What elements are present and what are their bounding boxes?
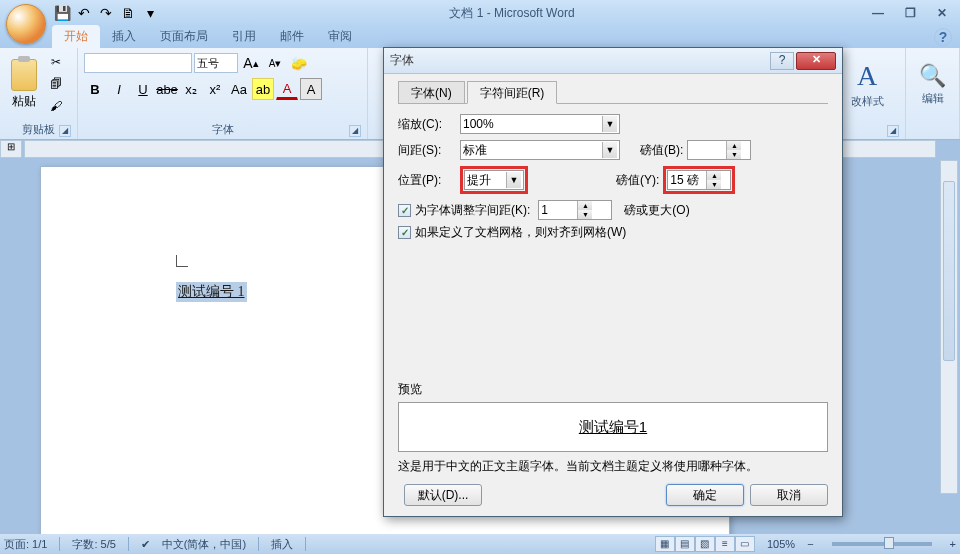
position-combo[interactable]: 提升▼ [464, 170, 524, 190]
scale-combo[interactable]: 100%▼ [460, 114, 620, 134]
spin-up-icon[interactable]: ▲ [727, 141, 741, 150]
tab-mailings[interactable]: 邮件 [268, 25, 316, 48]
maximize-button[interactable]: ❐ [896, 5, 924, 21]
change-styles-button[interactable]: A 改样式 [842, 52, 892, 116]
tab-char-spacing[interactable]: 字符间距(R) [467, 81, 558, 104]
title-bar: 💾 ↶ ↷ 🗎 ▾ 文档 1 - Microsoft Word — ❐ ✕ [0, 0, 960, 26]
change-case-button[interactable]: Aa [228, 78, 250, 100]
position-pt-spinner[interactable]: ▲▼ [667, 170, 731, 190]
undo-icon[interactable]: ↶ [74, 3, 94, 23]
italic-button[interactable]: I [108, 78, 130, 100]
ruler-toggle[interactable]: ⊞ [0, 140, 22, 158]
default-button[interactable]: 默认(D)... [404, 484, 482, 506]
zoom-out[interactable]: − [807, 538, 813, 550]
group-clipboard: 粘贴 ✂ 🗐 🖌 剪贴板 ◢ [0, 48, 78, 139]
position-pt-input[interactable] [668, 173, 706, 187]
tab-references[interactable]: 引用 [220, 25, 268, 48]
selected-text[interactable]: 测试编号 1 [176, 282, 247, 302]
font-dialog: 字体 ? ✕ 字体(N) 字符间距(R) 缩放(C): 100%▼ 间距(S):… [383, 47, 843, 517]
zoom-level[interactable]: 105% [767, 538, 795, 550]
language-indicator[interactable]: 中文(简体，中国) [162, 537, 246, 552]
cut-icon[interactable]: ✂ [46, 52, 66, 72]
format-painter-icon[interactable]: 🖌 [46, 96, 66, 116]
font-color-button[interactable]: A [276, 78, 298, 100]
spacing-pt-spinner[interactable]: ▲▼ [687, 140, 751, 160]
spin-down-icon[interactable]: ▼ [578, 210, 592, 219]
position-label: 位置(P): [398, 172, 460, 189]
help-icon[interactable]: ? [934, 28, 952, 46]
page-indicator[interactable]: 页面: 1/1 [4, 537, 47, 552]
subscript-button[interactable]: x₂ [180, 78, 202, 100]
proofing-icon[interactable]: ✔ [141, 538, 150, 551]
spin-down-icon[interactable]: ▼ [707, 180, 721, 189]
spacing-label: 间距(S): [398, 142, 460, 159]
spacing-combo[interactable]: 标准▼ [460, 140, 620, 160]
full-screen-view[interactable]: ▤ [675, 536, 695, 552]
position-highlight: 提升▼ [460, 166, 528, 194]
spin-up-icon[interactable]: ▲ [707, 171, 721, 180]
chevron-down-icon[interactable]: ▼ [506, 172, 521, 188]
zoom-slider[interactable] [832, 542, 932, 546]
dialog-footer: 默认(D)... 确定 取消 [398, 484, 828, 506]
web-layout-view[interactable]: ▧ [695, 536, 715, 552]
scrollbar-thumb[interactable] [943, 181, 955, 361]
grow-font-button[interactable]: A▴ [240, 52, 262, 74]
vertical-scrollbar[interactable] [940, 160, 958, 494]
styles-launcher[interactable]: ◢ [887, 125, 899, 137]
superscript-button[interactable]: x² [204, 78, 226, 100]
kerning-checkbox[interactable]: ✓ [398, 204, 411, 217]
clipboard-launcher[interactable]: ◢ [59, 125, 71, 137]
print-layout-view[interactable]: ▦ [655, 536, 675, 552]
clear-format-button[interactable]: 🧽 [288, 52, 310, 74]
font-size-combo[interactable] [194, 53, 238, 73]
paste-icon [11, 59, 37, 91]
minimize-button[interactable]: — [864, 5, 892, 21]
paste-button[interactable]: 粘贴 [6, 52, 42, 116]
draft-view[interactable]: ▭ [735, 536, 755, 552]
spin-up-icon[interactable]: ▲ [578, 201, 592, 210]
dialog-close-button[interactable]: ✕ [796, 52, 836, 70]
redo-icon[interactable]: ↷ [96, 3, 116, 23]
strike-button[interactable]: abe [156, 78, 178, 100]
word-count[interactable]: 字数: 5/5 [72, 537, 115, 552]
dialog-help-button[interactable]: ? [770, 52, 794, 70]
spin-down-icon[interactable]: ▼ [727, 150, 741, 159]
outline-view[interactable]: ≡ [715, 536, 735, 552]
window-title: 文档 1 - Microsoft Word [160, 5, 864, 22]
chevron-down-icon[interactable]: ▼ [602, 142, 617, 158]
spacing-pt-input[interactable] [688, 143, 726, 157]
cancel-button[interactable]: 取消 [750, 484, 828, 506]
insert-mode[interactable]: 插入 [271, 537, 293, 552]
kerning-input[interactable] [539, 203, 577, 217]
snap-checkbox[interactable]: ✓ [398, 226, 411, 239]
zoom-in[interactable]: + [950, 538, 956, 550]
dialog-title-bar[interactable]: 字体 ? ✕ [384, 48, 842, 74]
ok-button[interactable]: 确定 [666, 484, 744, 506]
clipboard-label: 剪贴板 ◢ [6, 122, 71, 137]
font-launcher[interactable]: ◢ [349, 125, 361, 137]
qat-dropdown-icon[interactable]: ▾ [140, 3, 160, 23]
underline-button[interactable]: U [132, 78, 154, 100]
group-font: A▴ A▾ 🧽 B I U abe x₂ x² Aa ab A A 字体 ◢ [78, 48, 368, 139]
style-a-icon: A [857, 60, 877, 92]
save-icon[interactable]: 💾 [52, 3, 72, 23]
bold-button[interactable]: B [84, 78, 106, 100]
shrink-font-button[interactable]: A▾ [264, 52, 286, 74]
tab-home[interactable]: 开始 [52, 25, 100, 48]
new-doc-icon[interactable]: 🗎 [118, 3, 138, 23]
tab-review[interactable]: 审阅 [316, 25, 364, 48]
view-buttons: ▦ ▤ ▧ ≡ ▭ [655, 536, 755, 552]
editing-button[interactable]: 🔍 编辑 [912, 52, 953, 116]
zoom-slider-thumb[interactable] [884, 537, 894, 549]
tab-font-n[interactable]: 字体(N) [398, 81, 465, 104]
copy-icon[interactable]: 🗐 [46, 74, 66, 94]
close-button[interactable]: ✕ [928, 5, 956, 21]
char-shading-button[interactable]: A [300, 78, 322, 100]
office-button[interactable] [6, 4, 46, 44]
chevron-down-icon[interactable]: ▼ [602, 116, 617, 132]
kerning-spinner[interactable]: ▲▼ [538, 200, 612, 220]
font-name-combo[interactable] [84, 53, 192, 73]
tab-layout[interactable]: 页面布局 [148, 25, 220, 48]
tab-insert[interactable]: 插入 [100, 25, 148, 48]
highlight-button[interactable]: ab [252, 78, 274, 100]
